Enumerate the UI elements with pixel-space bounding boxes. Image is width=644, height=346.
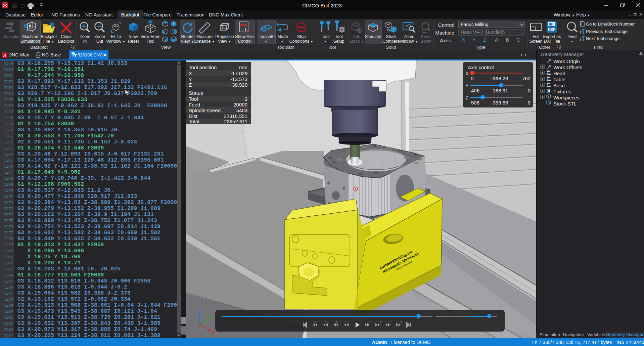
- svg-text:Z: Z: [336, 321, 337, 323]
- svg-text:º: º: [346, 321, 347, 323]
- svg-text:T: T: [315, 321, 317, 323]
- svg-text:Z: Z: [199, 307, 201, 312]
- svg-text:º: º: [369, 321, 370, 323]
- svg-text:º: º: [325, 321, 326, 323]
- svg-text:X: X: [212, 331, 215, 335]
- svg-text:º: º: [390, 321, 391, 323]
- svg-text:Z: Z: [380, 321, 381, 323]
- svg-text:Y: Y: [210, 315, 212, 320]
- svg-text:DXF: DXF: [548, 28, 556, 32]
- svg-text:T: T: [401, 321, 402, 323]
